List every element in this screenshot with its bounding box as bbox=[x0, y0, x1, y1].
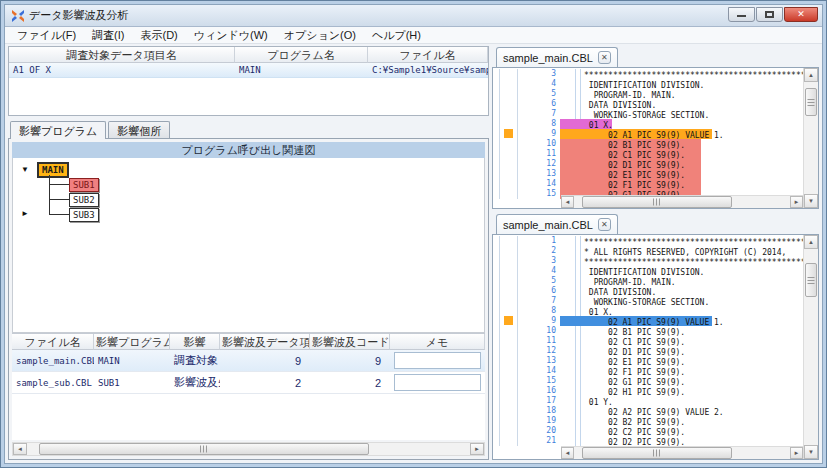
cell: A1 OF X bbox=[9, 63, 235, 77]
gutter-column bbox=[493, 336, 500, 346]
marker-gutter bbox=[500, 256, 518, 266]
column-header[interactable]: メモ bbox=[390, 334, 485, 350]
scroll-right-arrow[interactable]: ► bbox=[470, 443, 484, 455]
left-horizontal-scrollbar[interactable]: ◄ ► bbox=[12, 442, 485, 456]
code-line: 3***************************************… bbox=[493, 256, 803, 266]
marker-gutter bbox=[500, 79, 518, 89]
table-row[interactable]: sample_main.CBLMAIN調査対象99 bbox=[12, 350, 485, 372]
code-text: 02 B2 PIC S9(9). bbox=[560, 418, 685, 426]
gutter-column bbox=[493, 149, 500, 159]
scroll-up-arrow[interactable]: ▲ bbox=[804, 235, 818, 249]
scroll-thumb[interactable] bbox=[805, 263, 817, 297]
impact-table-body: sample_main.CBLMAIN調査対象99sample_sub.CBLS… bbox=[12, 350, 485, 394]
minimize-icon bbox=[737, 14, 746, 17]
tree-node-sub2[interactable]: SUB2 bbox=[69, 193, 99, 207]
code-line: 13 02 E1 PIC S9(9). bbox=[493, 169, 803, 179]
editor-tab[interactable]: sample_main.CBL ✕ bbox=[496, 47, 618, 67]
marker-gutter bbox=[500, 356, 518, 366]
column-header[interactable]: プログラム名 bbox=[235, 47, 368, 63]
scroll-track[interactable] bbox=[574, 196, 790, 208]
tree-node-main[interactable]: MAIN bbox=[37, 162, 69, 178]
code-text: 02 C1 PIC S9(9). bbox=[560, 151, 685, 159]
scroll-down-arrow[interactable]: ▼ bbox=[804, 445, 818, 459]
maximize-button[interactable] bbox=[756, 7, 783, 22]
marker-gutter bbox=[500, 109, 518, 119]
editor-tab[interactable]: sample_main.CBL ✕ bbox=[496, 214, 618, 234]
scroll-down-arrow[interactable]: ▼ bbox=[804, 194, 818, 208]
gutter-column bbox=[493, 426, 500, 436]
marker-gutter bbox=[500, 406, 518, 416]
tab-close-icon[interactable]: ✕ bbox=[598, 218, 611, 231]
scroll-right-arrow[interactable]: ► bbox=[790, 447, 803, 459]
scroll-left-arrow[interactable]: ◄ bbox=[561, 196, 574, 208]
gutter-column bbox=[493, 436, 500, 446]
close-button[interactable]: ✕ bbox=[784, 7, 818, 22]
code-line: 4 IDENTIFICATION DIVISION. bbox=[493, 266, 803, 276]
editor-viewport[interactable]: 3***************************************… bbox=[492, 67, 819, 209]
line-number: 3 bbox=[518, 256, 560, 266]
scroll-left-arrow[interactable]: ◄ bbox=[561, 447, 574, 459]
scroll-thumb[interactable] bbox=[39, 443, 369, 455]
editor-horizontal-scrollbar[interactable]: ◄ ► bbox=[561, 195, 803, 208]
cell-program: SUB1 bbox=[94, 372, 170, 393]
scroll-track[interactable] bbox=[804, 82, 818, 194]
column-header[interactable]: ファイル名 bbox=[12, 334, 94, 350]
minimize-button[interactable] bbox=[728, 7, 755, 22]
code-lines: 3***************************************… bbox=[493, 69, 803, 208]
menu-item[interactable]: オプション(O) bbox=[276, 27, 364, 44]
marker-gutter bbox=[500, 266, 518, 276]
marker-gutter bbox=[500, 119, 518, 129]
left-pane: 調査対象データ項目名プログラム名ファイル名 A1 OF XMAINC:¥Samp… bbox=[8, 46, 489, 460]
line-number: 13 bbox=[518, 169, 560, 179]
tree-canvas: ▼ MAIN SUB1SUB2►SUB3 bbox=[12, 158, 485, 333]
editor-horizontal-scrollbar[interactable]: ◄ ► bbox=[561, 446, 803, 459]
tab-close-icon[interactable]: ✕ bbox=[598, 51, 611, 64]
menu-item[interactable]: ファイル(F) bbox=[9, 27, 84, 44]
gutter-column bbox=[493, 256, 500, 266]
scroll-thumb[interactable] bbox=[582, 447, 732, 459]
column-header[interactable]: 影響 bbox=[170, 334, 220, 350]
title-bar[interactable]: データ影響波及分析 ✕ bbox=[5, 5, 822, 27]
column-header[interactable]: 影響プログラム名 bbox=[94, 334, 170, 350]
menu-item[interactable]: 表示(D) bbox=[132, 27, 185, 44]
editor-vertical-scrollbar[interactable]: ▲ ▼ bbox=[803, 68, 818, 208]
scroll-left-arrow[interactable]: ◄ bbox=[13, 443, 27, 455]
menu-item[interactable]: ヘルプ(H) bbox=[364, 27, 429, 44]
table-row[interactable]: sample_sub.CBLSUB1影響波及先22 bbox=[12, 372, 485, 394]
editor-vertical-scrollbar[interactable]: ▲ ▼ bbox=[803, 235, 818, 459]
tree-expander-root[interactable]: ▼ bbox=[21, 165, 29, 175]
menu-item[interactable]: ウィンドウ(W) bbox=[186, 27, 276, 44]
tree-node-sub1[interactable]: SUB1 bbox=[69, 178, 99, 192]
memo-input[interactable] bbox=[394, 352, 481, 369]
column-header[interactable]: 調査対象データ項目名 bbox=[9, 47, 235, 63]
column-header[interactable]: ファイル名 bbox=[368, 47, 488, 63]
gutter-column bbox=[493, 236, 500, 246]
tree-node-sub3[interactable]: SUB3 bbox=[69, 208, 99, 222]
gutter-column bbox=[493, 89, 500, 99]
scroll-track[interactable] bbox=[804, 249, 818, 445]
memo-input[interactable] bbox=[394, 374, 481, 391]
code-line: 11 02 C1 PIC S9(9). bbox=[493, 149, 803, 159]
scroll-up-arrow[interactable]: ▲ bbox=[804, 68, 818, 82]
column-header[interactable]: 影響波及コード bbox=[310, 334, 390, 350]
line-number: 11 bbox=[518, 149, 560, 159]
scroll-track[interactable] bbox=[27, 443, 470, 455]
tab-impact-location[interactable]: 影響個所 bbox=[108, 121, 170, 138]
marker-gutter bbox=[500, 286, 518, 296]
scroll-right-arrow[interactable]: ► bbox=[790, 196, 803, 208]
line-number: 6 bbox=[518, 99, 560, 109]
editor-viewport[interactable]: 1***************************************… bbox=[492, 234, 819, 460]
column-header[interactable]: 影響波及データ項目 bbox=[220, 334, 310, 350]
line-number: 12 bbox=[518, 346, 560, 356]
scroll-thumb[interactable] bbox=[582, 196, 732, 208]
tree-expander[interactable]: ► bbox=[21, 209, 29, 219]
table-row[interactable]: A1 OF XMAINC:¥Sample1¥Source¥sampl bbox=[9, 63, 488, 78]
scroll-track[interactable] bbox=[574, 447, 790, 459]
line-number: 14 bbox=[518, 179, 560, 189]
marker-gutter bbox=[500, 276, 518, 286]
scroll-thumb[interactable] bbox=[805, 88, 817, 116]
menu-item[interactable]: 調査(I) bbox=[84, 27, 132, 44]
code-text: 01 Y. bbox=[560, 398, 613, 406]
marker-gutter bbox=[500, 376, 518, 386]
tab-impact-program[interactable]: 影響プログラム bbox=[10, 121, 106, 139]
